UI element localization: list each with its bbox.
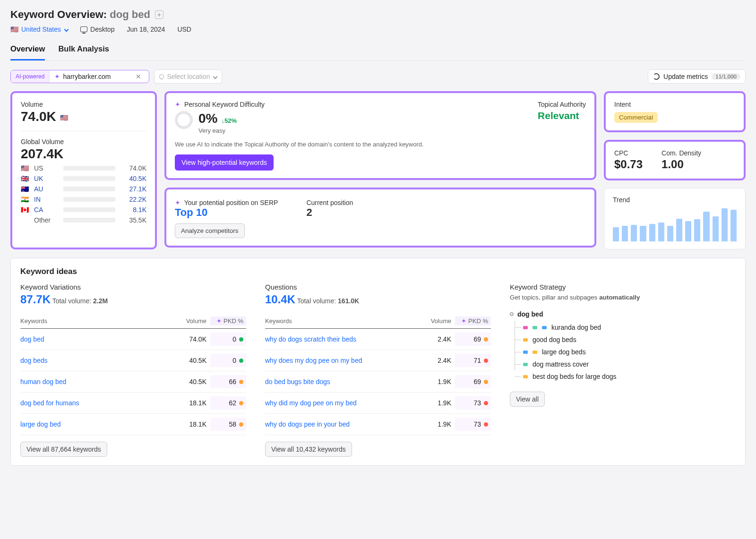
country-code[interactable]: IN bbox=[34, 196, 56, 203]
country-code[interactable]: CA bbox=[34, 206, 56, 214]
questions-count-link[interactable]: 10.4K bbox=[265, 293, 295, 306]
volume-cell: 74.0K bbox=[173, 335, 206, 343]
country-volume[interactable]: 27.1K bbox=[123, 185, 146, 193]
global-volume-row: 🇺🇸 US 74.0K bbox=[21, 164, 146, 172]
global-volume-row: 🇨🇦 CA 8.1K bbox=[21, 206, 146, 214]
table-row: human dog bed 40.5K 66 bbox=[20, 371, 246, 393]
table-row: large dog bed 18.1K 58 bbox=[20, 414, 246, 435]
global-volume-row: 🇦🇺 AU 27.1K bbox=[21, 185, 146, 193]
country-select[interactable]: 🇺🇸 United States bbox=[10, 26, 68, 33]
view-high-potential-button[interactable]: View high-potential keywords bbox=[175, 154, 274, 171]
col-header-keywords: Keywords bbox=[265, 317, 418, 325]
view-all-questions-button[interactable]: View all 10,432 keywords bbox=[265, 442, 352, 457]
col-header-pkd: ✦PKD % bbox=[210, 317, 246, 325]
table-row: dog bed for humans 18.1K 62 bbox=[20, 393, 246, 414]
keyword-link[interactable]: why do dogs scratch their beds bbox=[265, 335, 418, 343]
keyword-link[interactable]: why do dogs pee in your bed bbox=[265, 420, 418, 428]
color-segment bbox=[523, 375, 528, 378]
difficulty-donut bbox=[175, 111, 193, 129]
strategy-item[interactable]: dog mattress cover bbox=[523, 360, 736, 368]
variations-count-link[interactable]: 87.7K bbox=[20, 293, 51, 306]
trend-card: Trend bbox=[604, 188, 746, 249]
analyze-competitors-button[interactable]: Analyze competitors bbox=[175, 223, 245, 238]
pkd-cell: 0 bbox=[210, 333, 246, 346]
color-segment bbox=[523, 326, 528, 329]
volume-cell: 1.9K bbox=[418, 399, 451, 407]
device-label: Desktop bbox=[80, 26, 114, 33]
trend-bar bbox=[730, 210, 737, 241]
trend-bar bbox=[622, 226, 628, 241]
country-code[interactable]: AU bbox=[34, 185, 56, 193]
pkd-cell: 73 bbox=[455, 396, 491, 410]
strategy-item[interactable]: large dog beds bbox=[523, 348, 736, 356]
sparkle-icon: ✦ bbox=[216, 317, 222, 325]
keyword-link[interactable]: large dog bed bbox=[20, 420, 173, 428]
keyword-text: dog bed bbox=[110, 9, 150, 20]
country-volume[interactable]: 22.2K bbox=[123, 196, 146, 203]
potential-position-link[interactable]: Top 10 bbox=[175, 206, 278, 219]
view-all-strategy-button[interactable]: View all bbox=[510, 392, 545, 407]
country-code: Other bbox=[34, 216, 56, 224]
pkd-dot-icon bbox=[484, 422, 488, 427]
pkd-dot-icon bbox=[239, 422, 243, 427]
clear-icon[interactable]: ✕ bbox=[133, 73, 144, 80]
flag-icon: 🇮🇳 bbox=[21, 196, 30, 203]
strategy-root: dog bed bbox=[510, 310, 736, 318]
country-code[interactable]: UK bbox=[34, 175, 56, 182]
pkd-card: ✦ Personal Keyword Difficulty 0% ↓52% Ve… bbox=[164, 91, 596, 180]
flag-icon: 🇦🇺 bbox=[21, 185, 30, 193]
strategy-label: Keyword Strategy bbox=[510, 283, 736, 291]
tab-overview[interactable]: Overview bbox=[10, 42, 45, 60]
strategy-item[interactable]: good dog beds bbox=[523, 336, 736, 343]
keyword-link[interactable]: dog bed bbox=[20, 335, 173, 343]
location-select[interactable]: Select location bbox=[154, 69, 222, 84]
pkd-ease: Very easy bbox=[198, 127, 237, 134]
table-row: do bed bugs bite dogs 1.9K 69 bbox=[265, 371, 491, 393]
current-position-value: 2 bbox=[306, 206, 353, 219]
pkd-dot-icon bbox=[484, 337, 488, 342]
table-row: dog beds 40.5K 0 bbox=[20, 350, 246, 371]
pkd-dot-icon bbox=[484, 401, 488, 405]
keyword-link[interactable]: do bed bugs bite dogs bbox=[265, 378, 418, 385]
keyword-link[interactable]: dog bed for humans bbox=[20, 399, 173, 407]
trend-bar bbox=[703, 212, 709, 241]
keyword-link[interactable]: dog beds bbox=[20, 357, 173, 364]
view-all-variations-button[interactable]: View all 87,664 keywords bbox=[20, 442, 107, 457]
update-count-pill: 11/1,000 bbox=[712, 73, 740, 80]
update-metrics-button[interactable]: Update metrics 11/1,000 bbox=[648, 69, 746, 84]
domain-input[interactable]: harrybarker.com bbox=[63, 73, 111, 80]
ai-powered-label: AI-powered bbox=[11, 70, 50, 83]
keyword-link[interactable]: why did my dog pee on my bed bbox=[265, 399, 418, 407]
tab-bulk-analysis[interactable]: Bulk Analysis bbox=[58, 42, 109, 60]
cpc-card: CPC $0.73 Com. Density 1.00 bbox=[604, 140, 746, 180]
pkd-note: We use AI to indicate the Topical Author… bbox=[175, 141, 586, 148]
refresh-icon bbox=[653, 73, 660, 80]
trend-bar bbox=[649, 224, 655, 241]
pkd-dot-icon bbox=[239, 380, 243, 384]
strategy-item-label: dog mattress cover bbox=[533, 360, 589, 368]
col-header-volume: Volume bbox=[418, 317, 451, 325]
color-segment bbox=[523, 363, 528, 366]
add-keyword-button[interactable]: + bbox=[155, 10, 163, 19]
table-row: why did my dog pee on my bed 1.9K 73 bbox=[265, 393, 491, 414]
trend-chart bbox=[613, 208, 737, 241]
volume-cell: 1.9K bbox=[418, 420, 451, 428]
strategy-item[interactable]: best dog beds for large dogs bbox=[523, 373, 736, 380]
pkd-dot-icon bbox=[484, 359, 488, 363]
bar-bg bbox=[63, 166, 115, 171]
strategy-item-label: kuranda dog bed bbox=[551, 324, 601, 331]
intent-value: Commercial bbox=[614, 112, 658, 123]
color-segment bbox=[523, 338, 528, 342]
keyword-link[interactable]: human dog bed bbox=[20, 378, 173, 385]
country-volume[interactable]: 8.1K bbox=[123, 206, 146, 214]
table-row: why does my dog pee on my bed 2.4K 71 bbox=[265, 350, 491, 371]
strategy-item[interactable]: kuranda dog bed bbox=[523, 324, 736, 331]
country-volume[interactable]: 40.5K bbox=[123, 175, 146, 182]
serp-position-card: ✦ Your potential position on SERP Top 10… bbox=[164, 188, 596, 248]
global-volume-row: 🇮🇳 IN 22.2K bbox=[21, 196, 146, 203]
volume-label: Volume bbox=[21, 101, 146, 108]
keyword-link[interactable]: why does my dog pee on my bed bbox=[265, 357, 418, 364]
volume-cell: 40.5K bbox=[173, 357, 206, 364]
table-row: dog bed 74.0K 0 bbox=[20, 329, 246, 350]
pkd-dot-icon bbox=[239, 337, 243, 342]
